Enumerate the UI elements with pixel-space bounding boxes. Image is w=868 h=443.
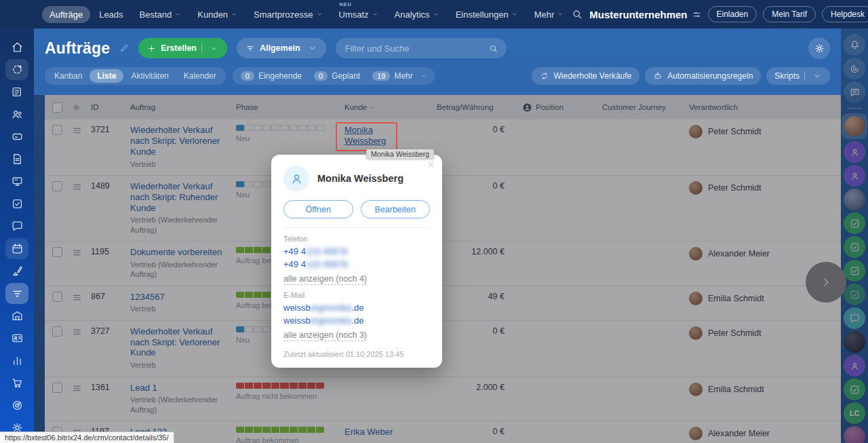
- sidebar-item-contact-card[interactable]: [5, 328, 28, 349]
- divider: [283, 227, 430, 228]
- plan-button[interactable]: Mein Tarif: [763, 6, 816, 22]
- toolbar-button[interactable]: Skripts: [766, 67, 830, 85]
- topnav-item-smartprozesse[interactable]: Smartprozesse: [246, 6, 330, 23]
- warehouse-icon: [11, 309, 24, 322]
- robot-icon: [653, 71, 663, 81]
- email-address[interactable]: weissbergmonika.de: [283, 315, 430, 328]
- email-address[interactable]: weissbergmonika.de: [283, 302, 430, 315]
- status-url: https://bxtest06.bitrix24.de/crm/contact…: [0, 431, 174, 443]
- highlight-box: [336, 122, 397, 151]
- search-input[interactable]: [344, 43, 483, 54]
- counters-group: 0Eingehende0Geplant19Mehr: [233, 67, 435, 85]
- sidebar-item-marketing[interactable]: [5, 395, 28, 416]
- counter-badge: 0: [314, 71, 328, 81]
- sidebar-item-chat[interactable]: [5, 216, 28, 237]
- chevron-down-icon[interactable]: [210, 44, 218, 53]
- sidebar-item-live-feed[interactable]: [5, 59, 28, 80]
- edit-title-icon[interactable]: [119, 43, 129, 53]
- topnav-item-mehr[interactable]: Mehr: [527, 6, 572, 23]
- sidebar-item-crm[interactable]: [5, 283, 28, 304]
- view-settings-button[interactable]: [808, 37, 830, 59]
- popup-header: Monika Weissberg: [283, 166, 430, 191]
- left-sidebar: [0, 0, 34, 443]
- documents-icon: [11, 153, 24, 166]
- topnav-item-einstellungen[interactable]: Einstellungen: [448, 6, 526, 23]
- dim-overlay: [34, 95, 868, 443]
- sidebar-item-sign[interactable]: [5, 261, 28, 282]
- plus-icon: [147, 44, 156, 53]
- counter-mehr[interactable]: 19Mehr: [366, 69, 433, 83]
- counter-label: Mehr: [394, 71, 412, 81]
- topnav-item-bestand[interactable]: Bestand: [132, 6, 189, 23]
- topnav-item-analytics[interactable]: Analytics: [387, 6, 447, 23]
- create-button[interactable]: Erstellen: [138, 38, 227, 58]
- counter-geplant[interactable]: 0Geplant: [308, 69, 366, 83]
- popup-buttons: Öffnen Bearbeiten: [283, 200, 430, 218]
- close-icon[interactable]: [427, 160, 435, 169]
- page-header: Aufträge Erstellen Allgemein Kanb: [34, 28, 841, 85]
- analytics-icon: [11, 354, 24, 367]
- view-tab-kalender[interactable]: Kalender: [176, 69, 224, 83]
- email-label: E-Mail: [283, 291, 430, 299]
- counter-badge: 0: [241, 71, 254, 81]
- search-icon[interactable]: [488, 43, 498, 54]
- counter-eingehende[interactable]: 0Eingehende: [235, 69, 308, 83]
- helpdesk-button[interactable]: Helpdesk: [822, 6, 868, 22]
- create-button-label: Erstellen: [161, 43, 197, 53]
- sidebar-item-employees[interactable]: [5, 104, 28, 125]
- chevron-down-icon[interactable]: [812, 71, 822, 81]
- sidebar-item-documents[interactable]: [5, 149, 28, 170]
- topnav-label: Kunden: [197, 9, 228, 20]
- chat-icon: [11, 220, 24, 233]
- edit-button[interactable]: Bearbeiten: [361, 200, 431, 218]
- sidebar-item-tasks[interactable]: [5, 193, 28, 214]
- app-window: AufträgeLeadsBestandKundenSmartprozesseN…: [0, 0, 868, 443]
- invite-button[interactable]: Einladen: [708, 6, 757, 22]
- show-all-emails[interactable]: alle anzeigen (noch 3): [283, 330, 367, 341]
- topnav-item-leads[interactable]: Leads: [92, 6, 130, 23]
- sidebar-item-analytics[interactable]: [5, 350, 28, 371]
- phone-list: +49 4123 45678+49 4123 45678: [283, 246, 430, 271]
- sidebar-item-calendar[interactable]: [5, 238, 28, 259]
- counter-label: Eingehende: [258, 71, 302, 81]
- sidebar-item-drive[interactable]: [5, 126, 28, 147]
- view-tab-aktivitäten[interactable]: Aktivitäten: [123, 69, 176, 83]
- toolbar-button[interactable]: Wiederholte Verkäufe: [532, 67, 640, 85]
- title-row: Aufträge Erstellen Allgemein: [34, 28, 841, 59]
- show-all-phones[interactable]: alle anzeigen (noch 4): [283, 273, 367, 285]
- phone-number[interactable]: +49 4123 45678: [283, 258, 430, 271]
- open-button[interactable]: Öffnen: [283, 200, 353, 218]
- search-icon[interactable]: [571, 8, 583, 20]
- topnav-items: AufträgeLeadsBestandKundenSmartprozesseN…: [42, 6, 571, 23]
- topnav-item-umsatz[interactable]: NEUUmsatz: [332, 6, 386, 23]
- company-selector[interactable]: Musterunternehmen: [589, 9, 701, 20]
- chevron-down-icon: [231, 11, 237, 18]
- employees-icon: [11, 108, 24, 121]
- board-icon: [11, 175, 24, 188]
- view-tab-liste[interactable]: Liste: [90, 69, 123, 83]
- phone-number[interactable]: +49 4123 45678: [283, 246, 430, 258]
- topnav-label: Analytics: [395, 9, 430, 20]
- sidebar-item-news[interactable]: [5, 81, 28, 102]
- topnav-item-kunden[interactable]: Kunden: [190, 6, 245, 23]
- contact-card-icon: [11, 332, 24, 345]
- topnav-label: Leads: [99, 9, 123, 20]
- contact-name: Monika Weissberg: [317, 173, 403, 184]
- topnav-label: Smartprozesse: [254, 9, 313, 20]
- toolbar-button[interactable]: Automatisierungsregeln: [645, 67, 761, 85]
- sidebar-item-board[interactable]: [5, 171, 28, 192]
- chevron-down-icon: [372, 11, 378, 18]
- sidebar-item-home[interactable]: [5, 37, 28, 58]
- sidebar-item-warehouse[interactable]: [5, 305, 28, 326]
- view-tab-kanban[interactable]: Kanban: [47, 69, 90, 83]
- sidebar-item-shop[interactable]: [5, 372, 28, 393]
- tasks-icon: [11, 197, 24, 210]
- calendar-icon: [11, 242, 24, 255]
- filter-preset-button[interactable]: Allgemein: [237, 38, 326, 58]
- topbar-right: Musterunternehmen Einladen Mein Tarif He…: [571, 3, 868, 25]
- topnav-item-aufträge[interactable]: Aufträge: [42, 6, 90, 23]
- sidebar-items: [0, 37, 34, 438]
- view-tabs: KanbanListeAktivitätenKalender: [45, 67, 226, 85]
- toolbar-right: Wiederholte VerkäufeAutomatisierungsrege…: [532, 67, 831, 85]
- counter-badge: 19: [372, 71, 390, 81]
